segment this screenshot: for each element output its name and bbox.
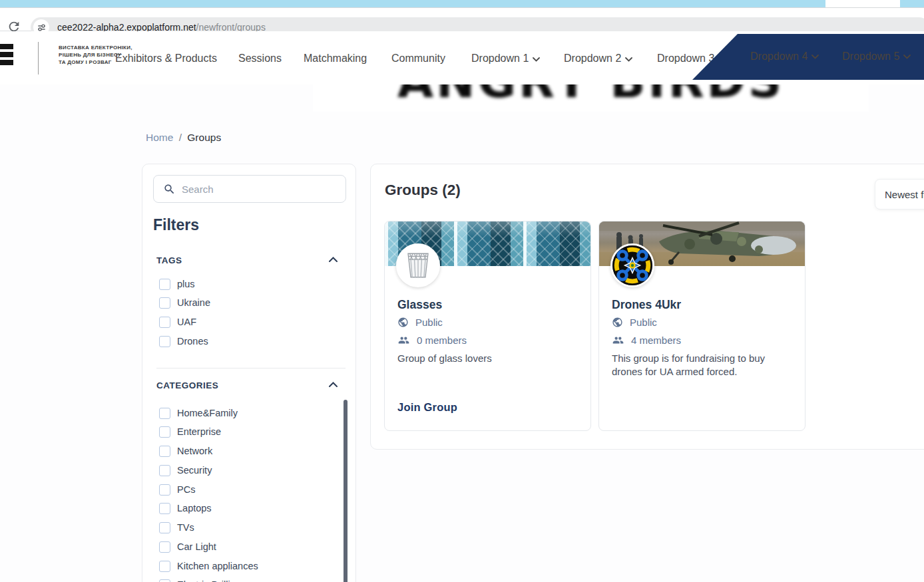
- breadcrumb-home-link[interactable]: Home: [146, 132, 173, 143]
- checkbox[interactable]: [159, 279, 170, 290]
- filter-option-tvs[interactable]: TVs: [159, 521, 194, 534]
- nav-label: Dropdown 3: [657, 53, 714, 65]
- filter-option-enterprise[interactable]: Enterprise: [159, 425, 221, 438]
- checkbox[interactable]: [159, 484, 170, 496]
- search-icon: [163, 183, 176, 196]
- sort-label: Newest first: [885, 189, 924, 200]
- filter-option-laptops[interactable]: Laptops: [159, 502, 212, 515]
- filter-option-car-light[interactable]: Car Light: [159, 540, 216, 553]
- nav-label: Dropdown 2: [564, 53, 621, 65]
- event-banner-image: ANGRY BIRDS: [313, 84, 869, 112]
- filter-option-security[interactable]: Security: [159, 464, 212, 477]
- breadcrumb-current: Groups: [187, 132, 221, 143]
- browser-tab[interactable]: [900, 0, 924, 7]
- group-card-glasses[interactable]: Glasses Public 0 members Group of glass …: [384, 221, 591, 431]
- banner-title-text: ANGRY BIRDS: [313, 84, 869, 108]
- nav-matchmaking[interactable]: Matchmaking: [304, 53, 367, 65]
- nav-dropdown-2[interactable]: Dropdown 2: [564, 53, 632, 65]
- filter-option-drones[interactable]: Drones: [159, 335, 208, 348]
- chevron-down-icon: [625, 57, 632, 62]
- categories-scrollbar[interactable]: [344, 400, 347, 582]
- nav-community[interactable]: Community: [391, 53, 445, 65]
- filter-label: Network: [177, 446, 212, 456]
- group-description: Group of glass lovers: [397, 352, 581, 365]
- filter-label: PCs: [177, 484, 195, 495]
- search-box[interactable]: [153, 175, 346, 203]
- groups-title: Groups (2): [385, 182, 461, 199]
- group-members: 0 members: [417, 335, 467, 346]
- groups-page: { "browser": { "url_domain": "cee2022-al…: [0, 0, 924, 582]
- checkbox[interactable]: [159, 317, 170, 328]
- nav-dropdown-4[interactable]: Dropdown 4: [750, 51, 819, 63]
- nav-exhibitors-products[interactable]: Exhibitors & Products: [115, 53, 217, 65]
- filter-label: Home&Family: [177, 408, 238, 418]
- filter-option-pcs[interactable]: PCs: [159, 483, 195, 496]
- globe-icon: [397, 317, 409, 328]
- group-name[interactable]: Drones 4Ukr: [612, 298, 681, 312]
- tags-section-header: TAGS: [156, 255, 182, 265]
- globe-icon: [612, 317, 623, 328]
- chevron-up-icon[interactable]: [329, 382, 338, 387]
- logo-bar: [0, 52, 13, 57]
- filter-label: Laptops: [177, 503, 212, 513]
- filter-label: Enterprise: [177, 426, 221, 437]
- search-input[interactable]: [182, 184, 328, 195]
- group-name[interactable]: Glasses: [397, 298, 442, 312]
- join-group-button[interactable]: Join Group: [397, 401, 457, 414]
- checkbox[interactable]: [159, 503, 170, 514]
- chevron-up-icon[interactable]: [329, 257, 338, 262]
- filter-option-uaf[interactable]: UAF: [159, 315, 196, 329]
- chevron-down-icon: [811, 55, 819, 59]
- nav-label: Sessions: [238, 53, 282, 65]
- nav-dropdown-1[interactable]: Dropdown 1: [471, 53, 540, 65]
- site-navbar: ВИСТАВКА ЕЛЕКТРОНІКИ, РІШЕНЬ ДЛЯ БІЗНЕСУ…: [0, 31, 924, 84]
- nav-label: Dropdown 4: [750, 51, 808, 63]
- checkbox[interactable]: [159, 336, 170, 347]
- group-members-row: 4 members: [612, 335, 681, 346]
- checkbox[interactable]: [159, 541, 170, 553]
- filter-option-clipped[interactable]: Electric Drilling: [159, 578, 241, 582]
- filter-option-network[interactable]: Network: [159, 444, 212, 458]
- group-members: 4 members: [631, 335, 681, 346]
- nav-sessions[interactable]: Sessions: [238, 53, 282, 65]
- nav-dropdown-5[interactable]: Dropdown 5: [842, 51, 911, 63]
- filters-sidebar: Filters TAGS plus Ukraine UAF Drones CAT…: [142, 164, 356, 582]
- browser-toolbar: cee2022-alpha2.expoplatform.net/newfront…: [0, 7, 924, 31]
- filter-label: Electric Drilling: [177, 579, 241, 582]
- group-privacy-row: Public: [397, 317, 443, 328]
- filter-label: plus: [177, 279, 195, 289]
- logo-bar: [0, 60, 13, 65]
- checkbox[interactable]: [159, 522, 170, 533]
- filter-option-ukraine[interactable]: Ukraine: [159, 296, 210, 309]
- group-description: This group is for fundraising to buy dro…: [612, 352, 796, 378]
- checkbox[interactable]: [159, 408, 170, 419]
- filter-option-kitchen-appliances[interactable]: Kitchen appliances: [159, 559, 258, 573]
- categories-section-header: CATEGORIES: [156, 380, 218, 390]
- checkbox[interactable]: [159, 297, 170, 309]
- group-avatar: [396, 243, 440, 287]
- filter-option-plus[interactable]: plus: [159, 277, 195, 291]
- sort-dropdown[interactable]: Newest first: [875, 179, 924, 210]
- breadcrumb: Home / Groups: [146, 132, 221, 144]
- checkbox[interactable]: [159, 446, 170, 457]
- checkbox[interactable]: [159, 579, 170, 582]
- nav-label: Dropdown 1: [471, 53, 529, 65]
- browser-tab-strip: [0, 0, 924, 7]
- checkbox[interactable]: [159, 426, 170, 438]
- filter-label: Security: [177, 465, 212, 476]
- group-privacy-row: Public: [612, 317, 657, 328]
- nav-label: Matchmaking: [304, 53, 367, 65]
- group-members-row: 0 members: [397, 335, 467, 346]
- chevron-down-icon: [533, 57, 540, 62]
- filter-option-home-family[interactable]: Home&Family: [159, 406, 238, 420]
- group-privacy: Public: [415, 317, 443, 328]
- section-divider: [156, 368, 346, 368]
- group-avatar: [610, 243, 654, 287]
- group-card-drones-4ukr[interactable]: Drones 4Ukr Public 4 members This group …: [598, 221, 806, 431]
- nav-label: Community: [391, 53, 445, 65]
- nav-label: Exhibitors & Products: [115, 53, 217, 65]
- filter-label: Kitchen appliances: [177, 561, 258, 571]
- checkbox[interactable]: [159, 465, 170, 476]
- filters-title: Filters: [153, 216, 199, 234]
- checkbox[interactable]: [159, 561, 170, 572]
